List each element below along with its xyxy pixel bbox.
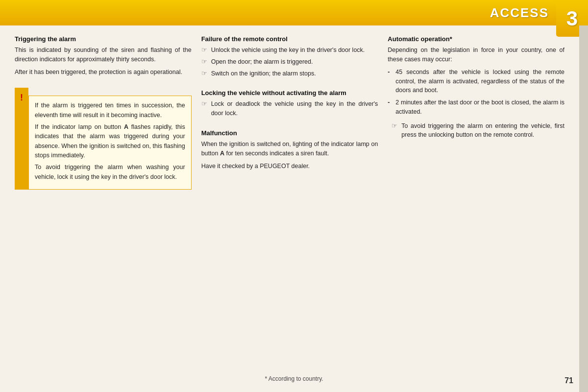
warning-para3: To avoid triggering the alarm when washi… bbox=[35, 163, 185, 182]
bullet-text-2: Open the door; the alarm is triggered. bbox=[211, 57, 378, 67]
page-number: 71 bbox=[564, 376, 573, 385]
bullet-arrow: ☞ bbox=[392, 122, 399, 140]
triggering-heading: Triggering the alarm bbox=[15, 35, 192, 43]
warning-icon-area: ! bbox=[15, 88, 28, 190]
col-left: Triggering the alarm This is indicated b… bbox=[15, 35, 192, 382]
bullet-arrow: ☞ bbox=[201, 100, 209, 118]
malfunction-para1-bold: A bbox=[220, 150, 224, 157]
bullet-text-3: Switch on the ignition; the alarm stops. bbox=[211, 69, 378, 78]
bullet-item: ☞ Lock or deadlock the vehicle using the… bbox=[201, 99, 378, 118]
col-right: Automatic operation* Depending on the le… bbox=[388, 35, 564, 382]
scrollbar[interactable] bbox=[579, 25, 588, 392]
failure-heading: Failure of the remote control bbox=[201, 35, 378, 43]
dash-list: - 45 seconds after the vehicle is locked… bbox=[388, 68, 564, 120]
warning-box: If the alarm is triggered ten times in s… bbox=[28, 96, 192, 190]
dash-sym: - bbox=[388, 98, 392, 117]
failure-bullets: ☞ Unlock the vehicle using the key in th… bbox=[201, 46, 378, 80]
dash-item: - 45 seconds after the vehicle is locked… bbox=[388, 68, 564, 95]
sub-bullet: ☞ To avoid triggering the alarm on enter… bbox=[392, 122, 564, 140]
footnote: * According to country. bbox=[265, 375, 323, 382]
dash-text-2: 2 minutes after the last door or the boo… bbox=[395, 98, 564, 117]
auto-intro-text: Depending on the legislation in force in… bbox=[388, 46, 564, 65]
triggering-para1: This is indicated by sounding of the sir… bbox=[15, 46, 192, 65]
bullet-arrow: ☞ bbox=[201, 70, 209, 78]
locking-bullet-text: Lock or deadlock the vehicle using the k… bbox=[211, 99, 378, 118]
bullet-item: ☞ Switch on the ignition; the alarm stop… bbox=[201, 69, 378, 78]
warning-icon: ! bbox=[20, 93, 23, 103]
triggering-body: This is indicated by sounding of the sir… bbox=[15, 46, 192, 80]
main-content: Triggering the alarm This is indicated b… bbox=[0, 25, 579, 392]
locking-bullets: ☞ Lock or deadlock the vehicle using the… bbox=[201, 99, 378, 121]
malfunction-heading: Malfunction bbox=[201, 129, 378, 137]
sub-bullet-text: To avoid triggering the alarm on enterin… bbox=[401, 122, 564, 140]
locking-heading: Locking the vehicle without activating t… bbox=[201, 89, 378, 97]
col-mid: Failure of the remote control ☞ Unlock t… bbox=[201, 35, 378, 382]
warning-para2: If the indicator lamp on button A flashe… bbox=[35, 122, 185, 161]
warning-para2-bold: A bbox=[124, 123, 128, 130]
malfunction-para1-suffix: for ten seconds indicates a siren fault. bbox=[224, 150, 329, 157]
malfunction-para2: Have it checked by a PEUGEOT dealer. bbox=[201, 162, 378, 171]
bullet-item: ☞ Unlock the vehicle using the key in th… bbox=[201, 46, 378, 55]
bullet-arrow: ☞ bbox=[201, 46, 209, 55]
auto-intro: Depending on the legislation in force in… bbox=[388, 46, 564, 68]
warning-wrapper: ! If the alarm is triggered ten times in… bbox=[28, 88, 192, 190]
bullet-text-1: Unlock the vehicle using the key in the … bbox=[211, 46, 378, 55]
auto-heading: Automatic operation* bbox=[388, 35, 564, 43]
warning-para1: If the alarm is triggered ten times in s… bbox=[35, 101, 185, 120]
malfunction-body: When the ignition is switched on, lighti… bbox=[201, 140, 378, 174]
warning-text: If the alarm is triggered ten times in s… bbox=[35, 101, 185, 182]
bullet-arrow: ☞ bbox=[201, 58, 209, 67]
dash-text-1: 45 seconds after the vehicle is locked u… bbox=[395, 68, 564, 95]
malfunction-para1: When the ignition is switched on, lighti… bbox=[201, 140, 378, 159]
header-bar: ACCESS bbox=[0, 0, 588, 25]
bullet-item: ☞ Open the door; the alarm is triggered. bbox=[201, 57, 378, 67]
triggering-para2: After it has been triggered, the protect… bbox=[15, 68, 192, 77]
dash-item: - 2 minutes after the last door or the b… bbox=[388, 98, 564, 117]
warning-para2-prefix: If the indicator lamp on button bbox=[35, 123, 124, 130]
dash-sym: - bbox=[388, 68, 392, 95]
